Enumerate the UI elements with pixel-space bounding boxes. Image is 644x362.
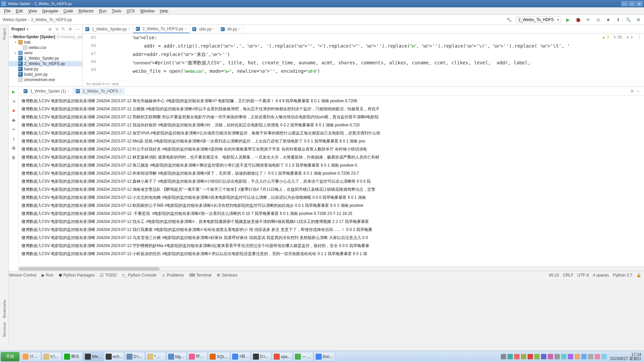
close-icon[interactable]: × xyxy=(128,27,130,31)
profile-icon[interactable]: ◷ xyxy=(595,17,601,23)
tree-item[interactable]: build_json.py xyxy=(9,72,82,77)
tray-icon[interactable] xyxy=(568,354,573,359)
bottom-run[interactable]: ▶Run xyxy=(42,273,53,278)
tray-icon[interactable] xyxy=(581,354,587,359)
run-button[interactable]: ▶ xyxy=(565,17,571,23)
debug-button[interactable]: 🐞 xyxy=(575,17,581,23)
breadcrumb-root[interactable]: Weibo-Spider xyxy=(3,17,27,22)
warning-icon[interactable]: ▲ 3 xyxy=(602,35,609,40)
status-Python 3.7[interactable]: Python 3.7 xyxy=(613,273,632,278)
rerun-icon[interactable]: ▶ xyxy=(11,89,17,95)
taskbar-app[interactable]: We... xyxy=(83,352,103,361)
locate-icon[interactable]: ⊕ xyxy=(48,27,52,32)
tab-1_Weibo_Spider.py[interactable]: 1_Weibo_Spider.py× xyxy=(83,25,133,33)
tray-icon[interactable] xyxy=(501,354,506,359)
run-tab[interactable]: 2_Weibo_To_HDFS× xyxy=(72,88,125,95)
maximize-button[interactable]: □ xyxy=(629,1,635,6)
tree-item[interactable]: ▾bak xyxy=(9,40,82,45)
tree-item[interactable]: 2_Weibo_To_HDFS.py xyxy=(9,61,82,66)
coverage-icon[interactable]: ⟳ xyxy=(585,17,591,23)
breadcrumb-file[interactable]: 2_Weibo_To_HDFS.py xyxy=(31,17,72,22)
menu-refactor[interactable]: Refactor xyxy=(76,8,96,14)
tray-icon[interactable] xyxy=(595,354,600,359)
tray-icon[interactable] xyxy=(507,354,513,359)
menu-code[interactable]: Code xyxy=(61,8,76,14)
typo-icon[interactable]: ✎ 56 xyxy=(613,35,622,40)
clear-icon[interactable]: 🗑 xyxy=(11,155,17,161)
bottom-problems[interactable]: ⚠Problems xyxy=(162,273,184,278)
status-CRLF[interactable]: CRLF xyxy=(563,273,573,278)
taskbar-app[interactable]: big... xyxy=(166,352,186,361)
run-context-icon[interactable]: ⇲ xyxy=(11,98,17,104)
taskbar-app[interactable]: D:\... xyxy=(251,352,271,361)
menu-vcs[interactable]: VCS xyxy=(124,8,138,14)
run-config-dropdown[interactable]: 2_Weibo_To_HDFS xyxy=(516,16,561,23)
tree-item[interactable]: 1_Weibo_Spider.py xyxy=(9,56,82,61)
close-button[interactable]: ✕ xyxy=(636,1,643,6)
sidebar-structure-tab[interactable]: Structure xyxy=(2,320,6,339)
start-button[interactable]: 开始 xyxy=(1,352,19,361)
editor-content[interactable]: 4546474849 "kw">else: addr = addr.strip(… xyxy=(83,34,644,81)
tray-icon[interactable] xyxy=(601,354,607,359)
arrow-icon[interactable]: ▾ xyxy=(15,41,18,44)
tray-icon[interactable] xyxy=(588,354,593,359)
tree-root[interactable]: ▾ Weibo-Spider [Spider] D:\hadoop_spark xyxy=(9,34,82,40)
expand-icon[interactable]: ⇲ xyxy=(55,27,58,32)
taskbar-app[interactable]: V:\... xyxy=(42,352,62,361)
tray-icon[interactable] xyxy=(514,354,520,359)
taskbar-app[interactable]: ech... xyxy=(104,352,124,361)
bottom-python-console[interactable]: >_Python Console xyxy=(122,273,156,278)
tree-item[interactable]: ▸venv xyxy=(9,50,82,56)
taskbar-app[interactable]: 微信 xyxy=(62,352,83,361)
arrow-icon[interactable]: ▸ xyxy=(15,51,18,55)
search-icon[interactable]: 🔍 xyxy=(625,17,631,23)
stop-icon[interactable]: ■ xyxy=(11,108,17,114)
tree-item[interactable]: base.py xyxy=(9,66,82,72)
menu-file[interactable]: File xyxy=(1,8,13,14)
clock[interactable]: 17:24 2023/8/27 星期日 xyxy=(610,353,641,361)
tray-icon[interactable] xyxy=(528,354,533,359)
more-icon[interactable]: ⋮ xyxy=(637,35,641,40)
taskbar-app[interactable]: spa... xyxy=(272,352,292,361)
nav-chevrons[interactable]: ∧ ∨ xyxy=(626,35,633,40)
soft-wrap-icon[interactable]: ↵ xyxy=(11,126,17,132)
build-icon[interactable]: 🔨 xyxy=(506,17,512,23)
bottom-python-packages[interactable]: ⬢Python Packages xyxy=(59,273,95,278)
tray-icon[interactable] xyxy=(575,354,580,359)
tray-icon[interactable] xyxy=(554,354,560,359)
breadcrumb[interactable]: Weibo-Spider › 2_Weibo_To_HDFS.py xyxy=(3,17,72,22)
taskbar-app[interactable]: 哔... xyxy=(187,352,207,361)
taskbar-app[interactable]: SQL... xyxy=(208,352,230,361)
sidebar-project-tab[interactable]: Project xyxy=(2,26,6,42)
menu-navigate[interactable]: Navigate xyxy=(40,8,61,14)
minimize-button[interactable]: — xyxy=(621,1,628,6)
menu-run[interactable]: Run xyxy=(96,8,109,14)
tree-item[interactable]: chromedriver.exe xyxy=(9,77,82,82)
run-gear-icon[interactable]: ⚙ xyxy=(630,89,634,94)
menu-tools[interactable]: Tools xyxy=(109,8,124,14)
taskbar-app[interactable]: 计... xyxy=(21,352,41,361)
code-breadcrumb[interactable]: for result in rv › else xyxy=(83,81,644,86)
taskbar-app[interactable]: #新... xyxy=(230,352,251,361)
menu-window[interactable]: Window xyxy=(138,8,157,14)
horizontal-scrollbar[interactable] xyxy=(19,266,644,271)
taskbar-app[interactable]: * ... xyxy=(146,352,166,361)
close-icon[interactable]: × xyxy=(185,27,187,31)
menu-edit[interactable]: Edit xyxy=(13,8,25,14)
chevron-down-icon[interactable]: ▾ xyxy=(26,27,29,32)
bottom-todo[interactable]: ☑TODO xyxy=(100,273,116,278)
taskbar-app[interactable]: D:\... xyxy=(125,352,145,361)
lock-icon[interactable]: 🔒 xyxy=(636,273,641,278)
status-UTF-8[interactable]: UTF-8 xyxy=(578,273,589,278)
print-icon[interactable]: 🖶 xyxy=(11,145,17,151)
scroll-end-icon[interactable]: ⤓ xyxy=(11,136,17,142)
editor-inspections[interactable]: ▲ 3 ✎ 56 ∧ ∨ ⋮ xyxy=(602,35,641,40)
scrollbar-thumb[interactable] xyxy=(19,267,160,270)
tray-icon[interactable] xyxy=(521,354,526,359)
run-hide-icon[interactable]: — xyxy=(637,89,641,94)
tray-icon[interactable] xyxy=(541,354,546,359)
close-icon[interactable]: × xyxy=(67,89,69,93)
tray-icon[interactable] xyxy=(561,354,567,359)
tray-icon[interactable] xyxy=(548,354,553,359)
tab-2_Weibo_To_HDFS.py[interactable]: 2_Weibo_To_HDFS.py× xyxy=(133,25,190,33)
